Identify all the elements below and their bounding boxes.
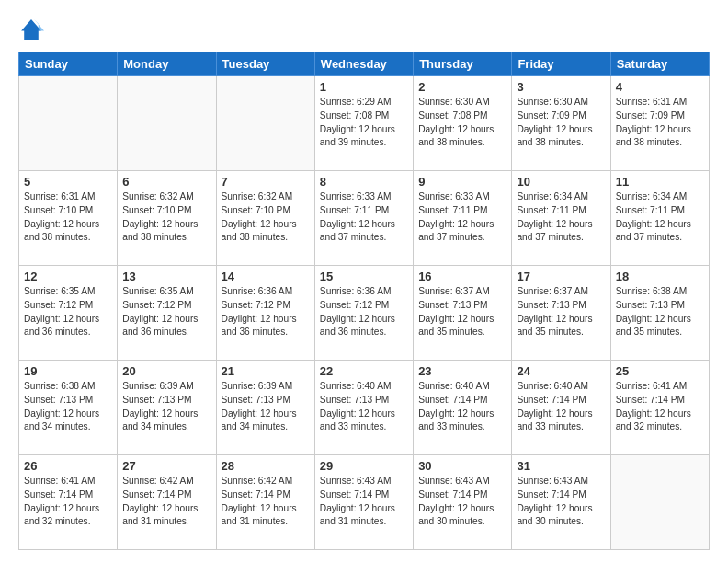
calendar-cell — [216, 76, 314, 171]
svg-marker-0 — [21, 19, 41, 40]
day-info: Sunrise: 6:39 AM Sunset: 7:13 PM Dayligh… — [222, 380, 310, 434]
calendar-cell: 29Sunrise: 6:43 AM Sunset: 7:14 PM Dayli… — [314, 455, 413, 550]
logo-icon — [18, 17, 44, 42]
calendar-cell: 3Sunrise: 6:30 AM Sunset: 7:09 PM Daylig… — [512, 76, 610, 171]
calendar-cell: 27Sunrise: 6:42 AM Sunset: 7:14 PM Dayli… — [118, 455, 216, 550]
calendar-cell: 26Sunrise: 6:41 AM Sunset: 7:14 PM Dayli… — [19, 455, 118, 550]
day-number: 14 — [222, 270, 310, 283]
day-number: 26 — [24, 459, 112, 473]
day-number: 29 — [320, 459, 408, 473]
calendar-cell — [19, 76, 118, 171]
calendar-cell: 9Sunrise: 6:33 AM Sunset: 7:11 PM Daylig… — [414, 171, 512, 266]
day-number: 1 — [320, 80, 408, 94]
day-info: Sunrise: 6:38 AM Sunset: 7:13 PM Dayligh… — [24, 380, 112, 434]
calendar-week-row: 12Sunrise: 6:35 AM Sunset: 7:12 PM Dayli… — [19, 266, 710, 361]
calendar-cell: 28Sunrise: 6:42 AM Sunset: 7:14 PM Dayli… — [216, 455, 314, 550]
calendar-cell: 14Sunrise: 6:36 AM Sunset: 7:12 PM Dayli… — [216, 266, 314, 361]
day-number: 27 — [122, 459, 210, 473]
calendar: SundayMondayTuesdayWednesdayThursdayFrid… — [18, 52, 710, 550]
day-info: Sunrise: 6:36 AM Sunset: 7:12 PM Dayligh… — [222, 285, 310, 339]
day-info: Sunrise: 6:40 AM Sunset: 7:14 PM Dayligh… — [517, 380, 605, 434]
weekday-header: Tuesday — [216, 52, 314, 76]
calendar-header: SundayMondayTuesdayWednesdayThursdayFrid… — [19, 52, 710, 76]
day-info: Sunrise: 6:40 AM Sunset: 7:13 PM Dayligh… — [320, 380, 408, 434]
day-number: 4 — [616, 80, 704, 94]
weekday-header: Wednesday — [314, 52, 413, 76]
day-info: Sunrise: 6:31 AM Sunset: 7:10 PM Dayligh… — [24, 190, 112, 245]
day-number: 21 — [222, 364, 310, 378]
calendar-cell: 30Sunrise: 6:43 AM Sunset: 7:14 PM Dayli… — [414, 455, 512, 550]
day-number: 24 — [517, 364, 605, 378]
calendar-cell: 7Sunrise: 6:32 AM Sunset: 7:10 PM Daylig… — [216, 171, 314, 266]
day-number: 9 — [418, 175, 506, 189]
day-number: 17 — [517, 270, 605, 283]
day-info: Sunrise: 6:32 AM Sunset: 7:10 PM Dayligh… — [222, 190, 310, 245]
calendar-cell: 25Sunrise: 6:41 AM Sunset: 7:14 PM Dayli… — [610, 361, 709, 455]
calendar-cell: 5Sunrise: 6:31 AM Sunset: 7:10 PM Daylig… — [19, 171, 118, 266]
calendar-week-row: 19Sunrise: 6:38 AM Sunset: 7:13 PM Dayli… — [19, 361, 710, 455]
day-number: 10 — [517, 175, 605, 189]
calendar-cell: 6Sunrise: 6:32 AM Sunset: 7:10 PM Daylig… — [118, 171, 216, 266]
day-info: Sunrise: 6:36 AM Sunset: 7:12 PM Dayligh… — [320, 285, 408, 339]
weekday-header: Friday — [512, 52, 610, 76]
day-info: Sunrise: 6:34 AM Sunset: 7:11 PM Dayligh… — [616, 190, 704, 245]
day-number: 15 — [320, 270, 408, 283]
calendar-cell: 12Sunrise: 6:35 AM Sunset: 7:12 PM Dayli… — [19, 266, 118, 361]
calendar-cell: 22Sunrise: 6:40 AM Sunset: 7:13 PM Dayli… — [314, 361, 413, 455]
calendar-week-row: 5Sunrise: 6:31 AM Sunset: 7:10 PM Daylig… — [19, 171, 710, 266]
calendar-week-row: 26Sunrise: 6:41 AM Sunset: 7:14 PM Dayli… — [19, 455, 710, 550]
day-info: Sunrise: 6:43 AM Sunset: 7:14 PM Dayligh… — [517, 475, 605, 529]
calendar-cell: 13Sunrise: 6:35 AM Sunset: 7:12 PM Dayli… — [118, 266, 216, 361]
calendar-cell: 4Sunrise: 6:31 AM Sunset: 7:09 PM Daylig… — [610, 76, 709, 171]
day-info: Sunrise: 6:35 AM Sunset: 7:12 PM Dayligh… — [122, 285, 210, 339]
day-number: 19 — [24, 364, 112, 378]
day-info: Sunrise: 6:37 AM Sunset: 7:13 PM Dayligh… — [418, 285, 506, 339]
day-info: Sunrise: 6:42 AM Sunset: 7:14 PM Dayligh… — [222, 475, 310, 529]
calendar-cell: 17Sunrise: 6:37 AM Sunset: 7:13 PM Dayli… — [512, 266, 610, 361]
weekday-header: Sunday — [19, 52, 118, 76]
day-info: Sunrise: 6:43 AM Sunset: 7:14 PM Dayligh… — [320, 475, 408, 529]
day-number: 8 — [320, 175, 408, 189]
day-number: 13 — [122, 270, 210, 283]
day-number: 5 — [24, 175, 112, 189]
calendar-cell: 2Sunrise: 6:30 AM Sunset: 7:08 PM Daylig… — [414, 76, 512, 171]
weekday-header: Monday — [118, 52, 216, 76]
day-info: Sunrise: 6:43 AM Sunset: 7:14 PM Dayligh… — [418, 475, 506, 529]
calendar-cell: 16Sunrise: 6:37 AM Sunset: 7:13 PM Dayli… — [414, 266, 512, 361]
calendar-cell — [610, 455, 709, 550]
day-info: Sunrise: 6:33 AM Sunset: 7:11 PM Dayligh… — [320, 190, 408, 245]
header — [18, 17, 710, 42]
calendar-cell: 18Sunrise: 6:38 AM Sunset: 7:13 PM Dayli… — [610, 266, 709, 361]
day-info: Sunrise: 6:31 AM Sunset: 7:09 PM Dayligh… — [616, 96, 704, 150]
calendar-cell: 10Sunrise: 6:34 AM Sunset: 7:11 PM Dayli… — [512, 171, 610, 266]
calendar-cell: 23Sunrise: 6:40 AM Sunset: 7:14 PM Dayli… — [414, 361, 512, 455]
day-info: Sunrise: 6:42 AM Sunset: 7:14 PM Dayligh… — [122, 475, 210, 529]
day-number: 25 — [616, 364, 704, 378]
day-info: Sunrise: 6:32 AM Sunset: 7:10 PM Dayligh… — [122, 190, 210, 245]
day-number: 6 — [122, 175, 210, 189]
calendar-cell: 11Sunrise: 6:34 AM Sunset: 7:11 PM Dayli… — [610, 171, 709, 266]
day-info: Sunrise: 6:37 AM Sunset: 7:13 PM Dayligh… — [517, 285, 605, 339]
day-info: Sunrise: 6:40 AM Sunset: 7:14 PM Dayligh… — [418, 380, 506, 434]
day-number: 11 — [616, 175, 704, 189]
weekday-header: Thursday — [414, 52, 512, 76]
calendar-cell: 31Sunrise: 6:43 AM Sunset: 7:14 PM Dayli… — [512, 455, 610, 550]
day-number: 12 — [24, 270, 112, 283]
calendar-cell: 15Sunrise: 6:36 AM Sunset: 7:12 PM Dayli… — [314, 266, 413, 361]
calendar-body: 1Sunrise: 6:29 AM Sunset: 7:08 PM Daylig… — [19, 76, 710, 550]
calendar-cell: 20Sunrise: 6:39 AM Sunset: 7:13 PM Dayli… — [118, 361, 216, 455]
day-info: Sunrise: 6:39 AM Sunset: 7:13 PM Dayligh… — [122, 380, 210, 434]
day-number: 2 — [418, 80, 506, 94]
day-info: Sunrise: 6:41 AM Sunset: 7:14 PM Dayligh… — [616, 380, 704, 434]
calendar-cell: 24Sunrise: 6:40 AM Sunset: 7:14 PM Dayli… — [512, 361, 610, 455]
day-info: Sunrise: 6:38 AM Sunset: 7:13 PM Dayligh… — [616, 285, 704, 339]
page: SundayMondayTuesdayWednesdayThursdayFrid… — [0, 0, 728, 563]
calendar-week-row: 1Sunrise: 6:29 AM Sunset: 7:08 PM Daylig… — [19, 76, 710, 171]
day-number: 20 — [122, 364, 210, 378]
day-info: Sunrise: 6:35 AM Sunset: 7:12 PM Dayligh… — [24, 285, 112, 339]
day-number: 18 — [616, 270, 704, 283]
day-info: Sunrise: 6:30 AM Sunset: 7:09 PM Dayligh… — [517, 96, 605, 150]
day-number: 23 — [418, 364, 506, 378]
day-number: 16 — [418, 270, 506, 283]
day-number: 7 — [222, 175, 310, 189]
